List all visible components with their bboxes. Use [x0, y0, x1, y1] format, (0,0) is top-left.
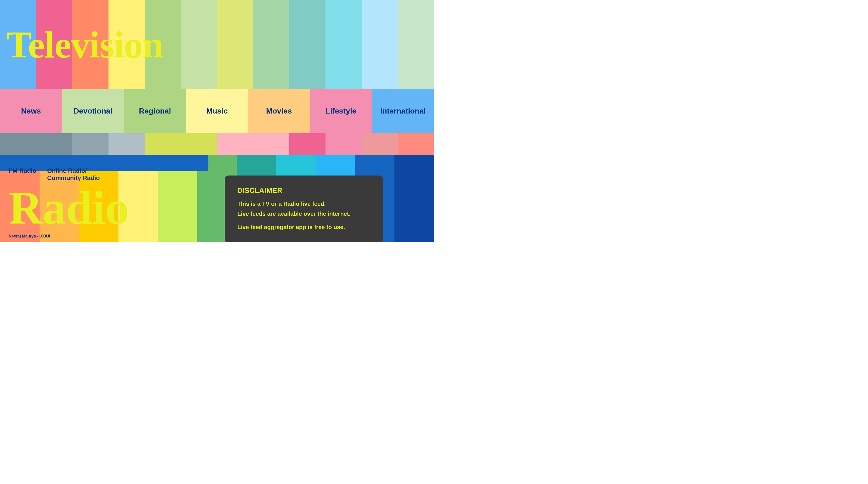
strip2-col: [0, 133, 36, 155]
strip2-col: [72, 133, 108, 155]
strip2-col: [326, 133, 362, 155]
strip2-col: [253, 133, 289, 155]
radio-title: Radio: [8, 183, 165, 232]
radio-left: FM RadioOnline Radio/ Community Radio Ra…: [0, 155, 174, 242]
tv-nav-item-music[interactable]: Music: [186, 107, 248, 115]
disclaimer-title: DISCLAIMER: [237, 186, 370, 195]
tv-color-strip: [0, 0, 434, 89]
tv-color-col: [326, 0, 362, 89]
tv-nav-item-lifestyle[interactable]: Lifestyle: [310, 107, 372, 115]
disclaimer-line: Live feed aggregator app is free to use.: [237, 222, 370, 232]
disclaimer-line: Live feeds are available over the intern…: [237, 209, 370, 219]
tv-color-col: [108, 0, 145, 89]
radio-nav-item-fm-radio[interactable]: FM Radio: [8, 167, 36, 182]
page-wrapper: NewsDevotionalRegionalMusicMoviesLifesty…: [0, 0, 434, 242]
tv-color-col: [289, 0, 326, 89]
radio-right: DISCLAIMER This is a TV or a Radio live …: [174, 155, 434, 242]
disclaimer-box: DISCLAIMER This is a TV or a Radio live …: [225, 176, 383, 242]
tv-nav-strip: NewsDevotionalRegionalMusicMoviesLifesty…: [0, 89, 434, 133]
radio-content: FM RadioOnline Radio/ Community Radio Ra…: [0, 155, 434, 242]
tv-color-col: [181, 0, 217, 89]
tv-color-col: [398, 0, 434, 89]
tv-color-col: [36, 0, 72, 89]
tv-color-col: [217, 0, 253, 89]
credit-line: Kunsh Maurya - Google cloud support: [8, 240, 165, 242]
tv-color-col: [0, 0, 36, 89]
tv-color-col: [72, 0, 108, 89]
strip2-col: [398, 133, 434, 155]
radio-nav: FM RadioOnline Radio/ Community Radio: [8, 167, 165, 182]
radio-credits: Neeraj Maurya - UX/UIKunsh Maurya - Goog…: [8, 233, 165, 242]
strip2-col: [108, 133, 145, 155]
tv-color-col: [253, 0, 289, 89]
radio-section: FM RadioOnline Radio/ Community Radio Ra…: [0, 155, 434, 242]
tv-nav-items-row: NewsDevotionalRegionalMusicMoviesLifesty…: [0, 89, 434, 133]
tv-section: NewsDevotionalRegionalMusicMoviesLifesty…: [0, 0, 434, 133]
strip2-col: [181, 133, 217, 155]
strip2-col: [217, 133, 253, 155]
radio-title-text: Radio: [8, 187, 129, 229]
tv-color-col: [362, 0, 398, 89]
tv-color-col: [145, 0, 181, 89]
radio-nav-item-online-radio[interactable]: Online Radio/ Community Radio: [47, 167, 100, 182]
tv-nav-item-news[interactable]: News: [0, 107, 62, 115]
second-strip: [0, 133, 434, 155]
strip2-col: [36, 133, 72, 155]
tv-nav-item-international[interactable]: International: [372, 107, 434, 115]
strip2-col: [362, 133, 398, 155]
strip2-col: [145, 133, 181, 155]
tv-nav-item-devotional[interactable]: Devotional: [62, 107, 124, 115]
disclaimer-body: This is a TV or a Radio live feed.Live f…: [237, 199, 370, 232]
tv-nav-item-regional[interactable]: Regional: [124, 107, 186, 115]
disclaimer-line: This is a TV or a Radio live feed.: [237, 199, 370, 209]
strip2-col: [289, 133, 326, 155]
tv-nav-item-movies[interactable]: Movies: [248, 107, 310, 115]
credit-line: Neeraj Maurya - UX/UI: [8, 233, 165, 240]
